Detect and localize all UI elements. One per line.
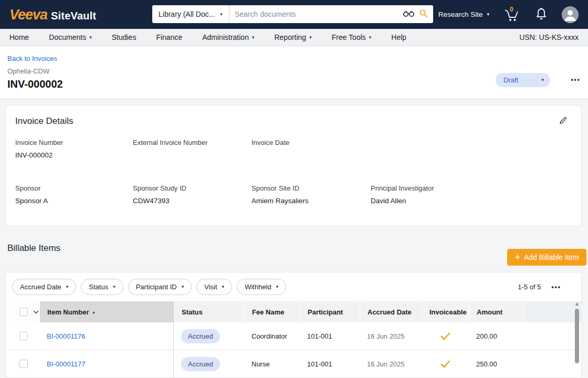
filter-status[interactable]: Status ▾ — [81, 279, 123, 295]
amount-cell: 200.00 — [469, 322, 523, 350]
binoculars-icon[interactable] — [403, 9, 415, 19]
add-billable-item-button[interactable]: + Add Billable Item — [507, 249, 586, 266]
billable-items-table-card: Accrued Date ▾ Status ▾ Participant ID ▾… — [5, 272, 582, 378]
field-sponsor-site-id: Sponsor Site ID Amiem Raysaliers — [251, 184, 371, 205]
accrued-date-cell: 16 Jun 2025 — [360, 322, 422, 350]
chevron-down-icon: ▾ — [309, 35, 312, 40]
invoice-details-title: Invoice Details — [15, 116, 74, 127]
filter-accrued-date[interactable]: Accrued Date ▾ — [12, 279, 76, 295]
nav-item-reporting[interactable]: Reporting ▾ — [274, 33, 311, 41]
table-vertical-scrollbar[interactable]: ▲ — [574, 302, 580, 378]
search-scope-dropdown[interactable]: Library (All Doc... ▾ — [152, 5, 229, 23]
brand-logo: Veeva SiteVault — [9, 7, 96, 23]
field-sponsor: Sponsor Sponsor A — [15, 184, 133, 205]
main-nav: Home Documents ▾ Studies Finance Adminis… — [0, 29, 588, 46]
edit-pencil-icon[interactable] — [559, 116, 568, 127]
back-to-invoices-link[interactable]: Back to Invoices — [7, 55, 57, 62]
product-name: SiteVault — [51, 10, 96, 22]
site-selector-label: Research Site — [438, 10, 483, 18]
select-options-chevron-icon[interactable] — [33, 310, 39, 314]
column-header-item-number[interactable]: Item Number ▴ — [39, 301, 174, 322]
chevron-down-icon: ▾ — [252, 35, 255, 40]
table-header-row: Item Number ▴ Status Fee Name Participan… — [6, 301, 581, 322]
nav-item-help[interactable]: Help — [391, 33, 406, 41]
veeva-logo: Veeva — [9, 7, 47, 23]
filter-withheld[interactable]: Withheld ▾ — [237, 279, 286, 295]
field-sponsor-study-id: Sponsor Study ID CDW47393 — [133, 184, 251, 205]
status-badge: Accrued — [181, 329, 220, 343]
nav-item-documents[interactable]: Documents ▾ — [49, 33, 91, 41]
top-bar: Veeva SiteVault Library (All Doc... ▾ — [0, 0, 588, 29]
nav-item-finance[interactable]: Finance — [156, 33, 182, 41]
invoiceable-check-icon — [422, 322, 469, 350]
item-number-link[interactable]: BI-00001176 — [47, 332, 86, 340]
record-header: Back to Invoices Ophelia-CDW INV-000002 … — [0, 46, 588, 99]
page-title: INV-000002 — [7, 78, 63, 90]
fee-name-cell: Nurse — [244, 350, 300, 377]
nav-item-home[interactable]: Home — [9, 33, 29, 41]
cart-count-badge: 0 — [510, 6, 513, 13]
chevron-down-icon: ▾ — [182, 285, 184, 289]
chevron-down-icon: ▾ — [220, 12, 223, 17]
accrued-date-cell: 16 Jun 2025 — [360, 350, 422, 377]
lifecycle-status-dropdown[interactable]: Draft ▾ — [496, 73, 550, 87]
chevron-down-icon: ▾ — [113, 285, 116, 289]
record-actions-menu-button[interactable]: ••• — [571, 76, 581, 83]
notifications-bell-button[interactable] — [534, 6, 548, 23]
cart-button[interactable]: 0 — [503, 7, 521, 23]
study-context-label: Ophelia-CDW — [7, 67, 49, 75]
chevron-down-icon: ▾ — [369, 35, 372, 40]
field-invoice-number: Invoice Number INV-000002 — [15, 139, 133, 160]
chevron-down-icon: ▾ — [487, 12, 489, 17]
column-header-status[interactable]: Status — [174, 301, 244, 322]
invoiceable-check-icon — [422, 350, 469, 377]
nav-item-studies[interactable]: Studies — [112, 33, 136, 41]
filter-visit[interactable]: Visit ▾ — [196, 279, 232, 295]
invoice-details-card: Invoice Details Invoice Number INV-00000… — [5, 105, 582, 226]
column-header-participant[interactable]: Participant — [300, 301, 360, 322]
table-row: BI-00001177 Accrued Nurse 101-001 16 Jun… — [6, 350, 581, 378]
search-icon[interactable] — [419, 9, 428, 20]
usn-label: USN: US-KS-xxxx — [519, 33, 579, 41]
chevron-down-icon: ▾ — [66, 285, 69, 289]
status-badge: Accrued — [181, 357, 220, 371]
filter-participant-id[interactable]: Participant ID ▾ — [128, 279, 192, 295]
chevron-down-icon: ▾ — [541, 78, 544, 82]
scrollbar-thumb[interactable] — [575, 309, 579, 363]
column-header-fee-name[interactable]: Fee Name — [244, 301, 300, 322]
billable-items-title: Billable Items — [7, 243, 60, 254]
select-all-checkbox[interactable] — [19, 308, 28, 316]
table-actions-menu-button[interactable]: ••• — [551, 284, 561, 291]
field-principal-investigator: Principal Investigator David Allen — [371, 184, 572, 205]
column-header-invoiceable[interactable]: Invoiceable — [422, 301, 469, 322]
chevron-down-icon: ▾ — [276, 285, 279, 289]
column-header-amount[interactable]: Amount — [469, 301, 523, 322]
row-checkbox[interactable] — [19, 332, 28, 340]
pagination-label: 1-5 of 5 — [518, 283, 541, 291]
chevron-down-icon: ▾ — [222, 285, 225, 289]
site-selector-dropdown[interactable]: Research Site ▾ — [438, 10, 489, 18]
row-checkbox[interactable] — [19, 360, 28, 368]
global-search: Library (All Doc... ▾ — [152, 5, 433, 23]
chevron-down-icon: ▾ — [89, 35, 92, 40]
column-header-actions — [523, 301, 581, 322]
table-row: BI-00001176 Accrued Coordinator 101-001 … — [6, 322, 581, 350]
sort-ascending-icon: ▴ — [92, 310, 94, 314]
scroll-up-icon[interactable]: ▲ — [575, 302, 579, 306]
plus-icon: + — [514, 253, 520, 262]
field-external-invoice-number: External Invoice Number — [133, 139, 251, 160]
nav-item-free-tools[interactable]: Free Tools ▾ — [332, 33, 372, 41]
user-avatar[interactable] — [562, 6, 579, 23]
field-invoice-date: Invoice Date — [251, 139, 371, 160]
search-scope-label: Library (All Doc... — [159, 10, 215, 18]
column-header-accrued-date[interactable]: Accrued Date — [360, 301, 422, 322]
fee-name-cell: Coordinator — [244, 322, 300, 350]
nav-item-administration[interactable]: Administration ▾ — [202, 33, 254, 41]
table-filter-bar: Accrued Date ▾ Status ▾ Participant ID ▾… — [6, 272, 581, 301]
search-input[interactable] — [229, 10, 403, 18]
item-number-link[interactable]: BI-00001177 — [47, 360, 86, 368]
participant-cell: 101-001 — [300, 350, 360, 377]
participant-cell: 101-001 — [300, 322, 360, 350]
status-badge: Draft — [503, 76, 518, 84]
amount-cell: 250.00 — [469, 350, 523, 377]
